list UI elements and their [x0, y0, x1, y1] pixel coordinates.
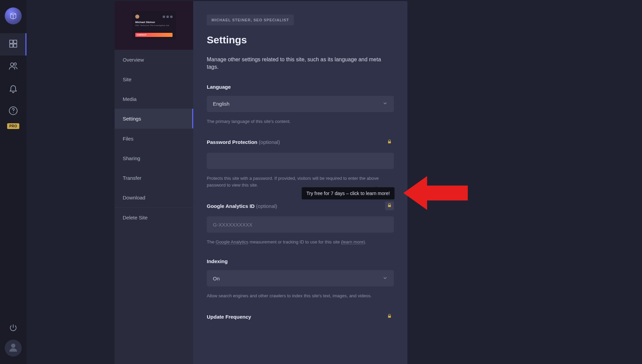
svg-point-5: [14, 63, 16, 65]
sidenav-site[interactable]: Site: [115, 69, 193, 89]
language-value: English: [213, 101, 229, 107]
analytics-input[interactable]: G-XXXXXXXXXX: [207, 216, 394, 233]
lock-icon: [387, 139, 392, 145]
icon-rail: PRO: [0, 0, 26, 364]
help-icon: [8, 106, 18, 117]
grid-icon: [8, 39, 18, 50]
rail-notifications[interactable]: [0, 78, 26, 100]
section-language: Language English The primary language of…: [207, 84, 394, 125]
svg-point-7: [13, 112, 14, 113]
preview-cta: CONTACT: [135, 33, 173, 37]
rail-power[interactable]: [0, 323, 26, 334]
sidenav-download[interactable]: Download: [115, 188, 193, 207]
password-helper: Protects this site with a password. If p…: [207, 175, 394, 189]
sidenav-label: Download: [123, 195, 145, 200]
svg-point-4: [11, 63, 14, 66]
bell-icon: [8, 84, 18, 94]
sidenav-label: Delete Site: [123, 215, 147, 220]
rail-help[interactable]: [0, 100, 26, 123]
sidenav-files[interactable]: Files: [115, 129, 193, 148]
analytics-link-learn[interactable]: learn more: [342, 239, 363, 244]
analytics-label: Google Analytics ID (optional): [207, 203, 277, 209]
lock-icon: [387, 203, 392, 209]
indexing-helper: Allow search engines and other crawlers …: [207, 293, 394, 299]
password-label: Password Protection (optional): [207, 139, 280, 145]
preview-avatar: [135, 15, 139, 19]
svg-rect-1: [14, 40, 17, 43]
power-icon: [9, 323, 18, 334]
lock-icon: [387, 314, 392, 320]
settings-main: MICHAEL STEINER, SEO SPECIALIST Settings…: [193, 1, 407, 364]
page-description: Manage other settings related to this si…: [207, 56, 394, 71]
sidenav-delete-site[interactable]: Delete Site: [115, 208, 193, 227]
preview-inner: Michael Steiner DBJ, Techcoms The Invest…: [132, 11, 176, 40]
sidenav-label: Sharing: [123, 155, 140, 161]
sidenav-settings[interactable]: Settings: [115, 109, 193, 128]
svg-point-8: [11, 344, 16, 348]
users-icon: [8, 61, 18, 72]
breadcrumb: MICHAEL STEINER, SEO SPECIALIST: [207, 15, 294, 25]
password-input[interactable]: [207, 153, 394, 169]
password-lock-badge[interactable]: [385, 138, 394, 147]
update-label: Update Frequency: [207, 314, 251, 320]
rail-users[interactable]: [0, 56, 26, 78]
section-update: Update Frequency: [207, 312, 394, 321]
pro-badge[interactable]: PRO: [7, 123, 19, 129]
sidenav-transfer[interactable]: Transfer: [115, 168, 193, 188]
sidenav-overview[interactable]: Overview: [115, 50, 193, 69]
svg-rect-3: [14, 44, 17, 47]
indexing-select[interactable]: On: [207, 270, 394, 286]
sidenav-media[interactable]: Media: [115, 89, 193, 109]
analytics-link-ga[interactable]: Google Analytics: [216, 239, 248, 244]
language-select[interactable]: English: [207, 96, 394, 112]
user-avatar[interactable]: [5, 340, 22, 357]
pro-tooltip[interactable]: Try free for 7 days – click to learn mor…: [302, 187, 395, 199]
language-helper: The primary language of this site's cont…: [207, 118, 394, 125]
analytics-lock-badge[interactable]: [385, 201, 394, 210]
app-logo[interactable]: [5, 7, 22, 24]
indexing-value: On: [213, 276, 220, 281]
svg-rect-0: [10, 40, 13, 43]
rail-dashboard[interactable]: [0, 33, 26, 56]
sidenav-label: Transfer: [123, 175, 141, 181]
language-label: Language: [207, 84, 394, 90]
sidenav-label: Settings: [123, 116, 141, 122]
section-analytics: Google Analytics ID (optional) G-XXXXXXX…: [207, 201, 394, 245]
page-title: Settings: [207, 34, 394, 46]
indexing-label: Indexing: [207, 258, 394, 264]
update-lock-badge[interactable]: [385, 312, 394, 321]
preview-social-icons: [163, 16, 173, 18]
person-icon: [8, 342, 18, 354]
preview-subtitle: DBJ, Techcoms The Investigative Job: [135, 24, 173, 26]
sidenav-label: Site: [123, 77, 132, 82]
analytics-placeholder: G-XXXXXXXXXX: [213, 222, 253, 228]
sidenav-sharing[interactable]: Sharing: [115, 148, 193, 168]
svg-rect-2: [10, 44, 13, 47]
sidenav-label: Overview: [123, 57, 144, 63]
chevron-down-icon: [382, 101, 388, 107]
section-indexing: Indexing On Allow search engines and oth…: [207, 258, 394, 299]
sidenav-label: Media: [123, 96, 137, 102]
settings-sidenav: Michael Steiner DBJ, Techcoms The Invest…: [115, 1, 193, 364]
preview-name: Michael Steiner: [135, 21, 173, 24]
site-preview-card[interactable]: Michael Steiner DBJ, Techcoms The Invest…: [115, 1, 193, 50]
chevron-down-icon: [382, 275, 388, 282]
section-password: Password Protection (optional) Protects …: [207, 138, 394, 189]
sidenav-label: Files: [123, 136, 134, 142]
analytics-helper: The Google Analytics measurement or trac…: [207, 239, 394, 245]
